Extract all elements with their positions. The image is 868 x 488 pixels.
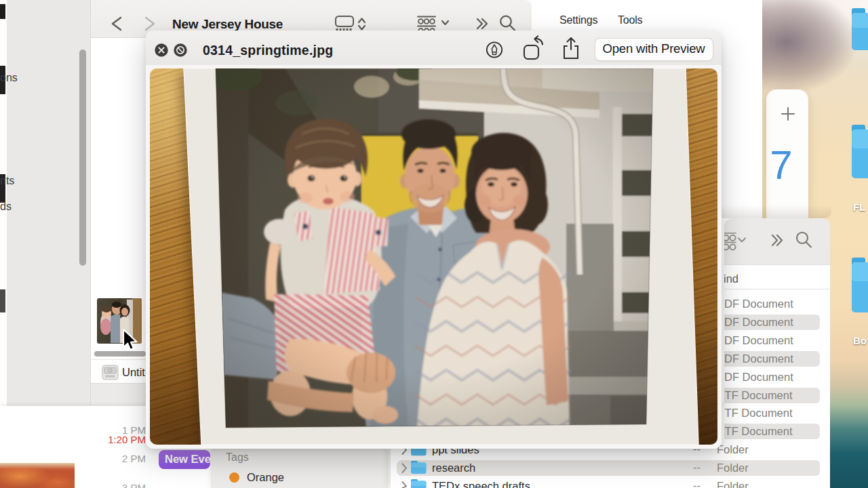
svg-text:Bo: Bo [853, 335, 867, 346]
svg-text:FL: FL [853, 201, 865, 213]
